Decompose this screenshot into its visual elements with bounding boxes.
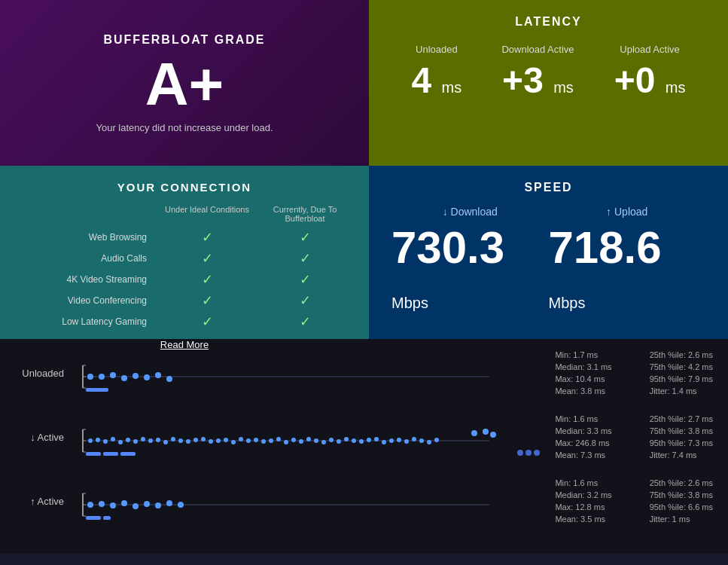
check-4k-ideal: ✓: [158, 271, 256, 288]
svg-point-7: [110, 372, 116, 378]
speed-download-col: ↓ Download 730.3 Mbps: [391, 206, 549, 316]
bufferbloat-grade: A+: [145, 54, 224, 115]
stat-median-unloaded: Median: 3.1 ms: [555, 362, 611, 371]
svg-point-66: [483, 429, 489, 435]
svg-point-35: [216, 438, 221, 443]
svg-point-33: [201, 437, 206, 441]
svg-point-9: [133, 373, 139, 379]
latency-unloaded: Unloaded 4 ms: [412, 44, 462, 99]
latency-upload-value: +0 ms: [614, 63, 686, 99]
svg-point-25: [141, 437, 145, 441]
check-gaming-bufferbloat: ✓: [256, 313, 354, 330]
stat-median-download: Median: 3.3 ms: [555, 426, 611, 435]
top-row: BUFFERBLOAT GRADE A+ Your latency did no…: [0, 0, 728, 166]
connection-header: Under Ideal Conditions Currently, Due To…: [15, 205, 354, 223]
speed-panel: SPEED ↓ Download 730.3 Mbps ↑ Upload 718…: [369, 166, 728, 339]
connection-panel: YOUR CONNECTION Under Ideal Conditions C…: [0, 166, 369, 339]
speed-columns: ↓ Download 730.3 Mbps ↑ Upload 718.6 Mbp…: [391, 206, 705, 316]
svg-point-57: [382, 440, 386, 444]
svg-point-27: [156, 438, 160, 442]
check-audio-bufferbloat: ✓: [256, 250, 354, 267]
speed-upload-value: 718.6 Mbps: [549, 225, 706, 316]
svg-point-12: [166, 376, 172, 382]
speed-upload-col: ↑ Upload 718.6 Mbps: [549, 206, 706, 316]
svg-point-53: [352, 438, 356, 443]
read-more-link[interactable]: Read More: [15, 339, 354, 350]
stat-col-right-download: 25th %ile: 2.7 ms 75th %ile: 3.8 ms 95th…: [650, 414, 713, 460]
latency-download-active: Download Active +3 ms: [501, 44, 574, 99]
svg-point-38: [239, 437, 243, 441]
svg-point-26: [148, 438, 153, 443]
stat-max-unloaded: Max: 10.4 ms: [555, 374, 611, 383]
svg-point-11: [155, 372, 161, 378]
svg-point-50: [329, 438, 334, 442]
svg-point-79: [155, 502, 161, 508]
stat-label-download: ↓ Active: [15, 432, 75, 443]
svg-point-23: [126, 438, 130, 442]
stat-label-unloaded: Unloaded: [15, 368, 75, 379]
stat-mean-upload: Mean: 3.5 ms: [555, 515, 611, 524]
stat-max-download: Max: 246.8 ms: [555, 438, 611, 447]
svg-point-6: [99, 374, 105, 380]
svg-point-77: [133, 503, 139, 509]
check-video-ideal: ✓: [158, 292, 256, 309]
chart-download: [75, 418, 540, 456]
svg-point-81: [178, 502, 184, 508]
svg-point-62: [419, 438, 424, 443]
bottom-section: Unloaded: [0, 339, 728, 554]
svg-point-18: [88, 438, 93, 443]
svg-point-75: [110, 502, 116, 508]
speed-download-label: ↓ Download: [443, 206, 498, 218]
check-4k-bufferbloat: ✓: [256, 271, 354, 288]
check-audio-ideal: ✓: [158, 250, 256, 267]
stat-max-upload: Max: 12.8 ms: [555, 502, 611, 512]
svg-point-47: [306, 437, 311, 441]
stat-min-unloaded: Min: 1.7 ms: [555, 350, 611, 359]
svg-point-52: [344, 437, 349, 441]
stat-p75-unloaded: 75th %ile: 4.2 ms: [650, 362, 713, 371]
svg-point-21: [111, 437, 115, 441]
connection-label-audio: Audio Calls: [15, 253, 158, 264]
bufferbloat-title: BUFFERBLOAT GRADE: [103, 33, 265, 47]
stat-p75-download: 75th %ile: 3.8 ms: [650, 426, 713, 435]
svg-point-39: [246, 438, 251, 443]
svg-point-78: [144, 501, 150, 507]
latency-upload-active: Upload Active +0 ms: [614, 44, 686, 99]
stat-p75-upload: 75th %ile: 3.8 ms: [650, 490, 713, 499]
stat-jitter-download: Jitter: 7.4 ms: [650, 450, 713, 460]
latency-unloaded-value: 4 ms: [412, 63, 462, 99]
speed-upload-label: ↑ Upload: [606, 206, 647, 218]
svg-point-8: [121, 375, 127, 381]
stat-row-upload: ↑ Active: [15, 478, 713, 524]
connection-row-web: Web Browsing ✓ ✓: [15, 229, 354, 246]
svg-point-44: [284, 440, 288, 444]
stat-mean-download: Mean: 7.3 ms: [555, 450, 611, 460]
svg-point-48: [314, 438, 318, 443]
stat-jitter-unloaded: Jitter: 1.4 ms: [650, 386, 713, 396]
stat-p25-download: 25th %ile: 2.7 ms: [650, 414, 713, 423]
chart-unloaded: [75, 354, 540, 392]
col-header-bufferbloat: Currently, Due To Bufferbloat: [256, 205, 354, 223]
connection-row-video: Video Conferencing ✓ ✓: [15, 292, 354, 309]
connection-label-web: Web Browsing: [15, 232, 158, 243]
svg-point-24: [133, 439, 138, 444]
svg-point-41: [261, 439, 266, 444]
speed-title: SPEED: [391, 181, 705, 194]
svg-point-54: [359, 439, 364, 444]
connection-title: YOUR CONNECTION: [15, 181, 354, 194]
svg-point-60: [404, 439, 409, 444]
stat-col-left-unloaded: Min: 1.7 ms Median: 3.1 ms Max: 10.4 ms …: [555, 350, 611, 396]
svg-point-43: [276, 437, 281, 441]
stat-jitter-upload: Jitter: 1 ms: [650, 515, 713, 524]
latency-upload-label: Upload Active: [620, 44, 680, 55]
svg-point-45: [291, 438, 296, 442]
svg-point-76: [121, 500, 127, 506]
svg-point-42: [269, 438, 273, 443]
stat-label-upload: ↑ Active: [15, 496, 75, 507]
svg-point-19: [96, 438, 100, 442]
stat-row-unloaded: Unloaded: [15, 350, 713, 396]
svg-point-51: [337, 439, 341, 444]
stat-numbers-download: Min: 1.6 ms Median: 3.3 ms Max: 246.8 ms…: [555, 414, 713, 460]
svg-point-61: [412, 437, 416, 441]
svg-point-59: [397, 438, 401, 442]
